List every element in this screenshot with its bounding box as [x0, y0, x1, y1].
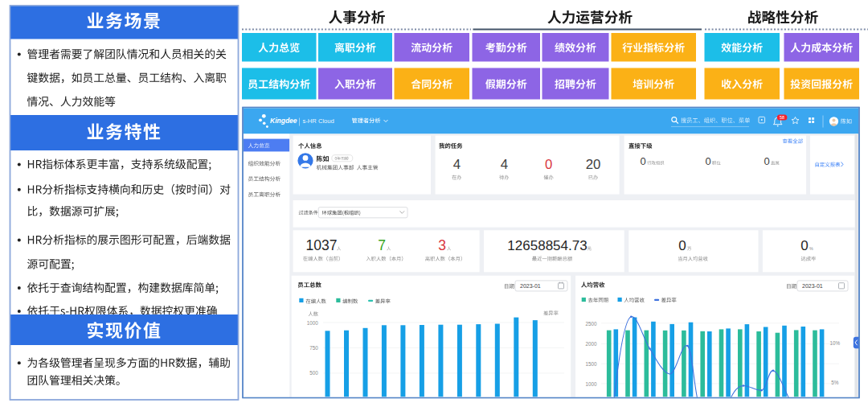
svg-text:0: 0 — [764, 155, 770, 167]
svg-text:1000: 1000 — [307, 320, 319, 326]
svg-text:0: 0 — [641, 155, 646, 167]
svg-text:7: 7 — [378, 237, 386, 253]
svg-text:3: 3 — [438, 237, 446, 253]
svg-text:Kingdee: Kingdee — [270, 117, 297, 125]
svg-text:20: 20 — [586, 157, 601, 172]
svg-text:0: 0 — [545, 157, 552, 172]
svg-text:s-HR Cloud: s-HR Cloud — [303, 117, 334, 125]
svg-text:0: 0 — [800, 238, 808, 253]
svg-text:4: 4 — [501, 157, 508, 172]
svg-text:%: % — [809, 246, 813, 251]
svg-text:500: 500 — [309, 370, 318, 376]
svg-text:4: 4 — [453, 157, 461, 172]
svg-text:0: 0 — [678, 238, 686, 253]
svg-text:58: 58 — [780, 115, 784, 120]
svg-text:1500: 1500 — [586, 361, 598, 367]
svg-text:10%: 10% — [830, 340, 841, 346]
svg-text:5%: 5% — [831, 380, 839, 385]
svg-text:2023-01: 2023-01 — [520, 283, 541, 289]
svg-text:1000: 1000 — [586, 381, 598, 387]
svg-text:2023-01: 2023-01 — [802, 283, 823, 289]
svg-text:0: 0 — [706, 155, 711, 167]
svg-text:2500: 2500 — [586, 321, 598, 327]
svg-text:1037: 1037 — [306, 237, 338, 253]
svg-text:12658854.73: 12658854.73 — [507, 238, 587, 253]
svg-text:750: 750 — [309, 345, 318, 351]
svg-text:2000: 2000 — [586, 341, 598, 347]
